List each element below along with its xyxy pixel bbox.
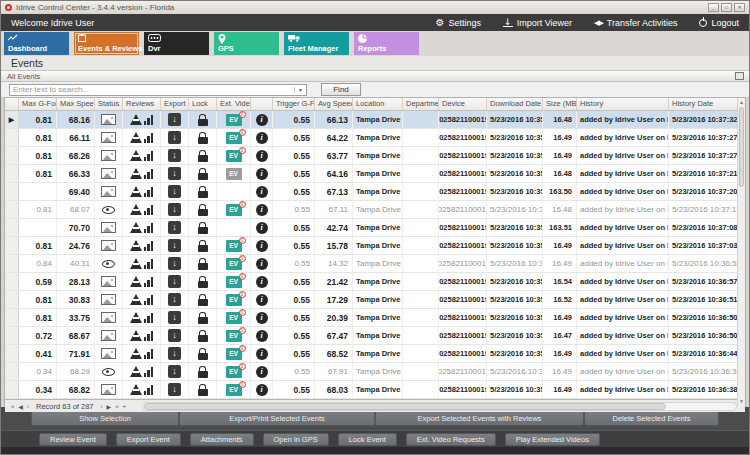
device-cell[interactable]: 025821100019 (439, 201, 487, 218)
scroll-down-icon[interactable]: ▼ (738, 397, 745, 406)
avg-speed-cell[interactable]: 64.22 (315, 129, 353, 146)
size-cell[interactable]: 16.49 (543, 129, 577, 146)
show-selection-button[interactable]: Show Selection (31, 411, 179, 426)
export-cell[interactable]: ↓ (161, 129, 189, 146)
open-in-gps-button[interactable]: Open in GPS (263, 433, 329, 446)
lock-cell[interactable] (189, 129, 217, 146)
export-cell[interactable]: ↓ (161, 327, 189, 344)
size-cell[interactable]: 16.49 (543, 345, 577, 362)
location-cell[interactable]: Tampa Drive Pad (353, 363, 403, 380)
info-cell[interactable]: i (251, 165, 273, 182)
ext-videos-cell[interactable]: EV0 (217, 363, 251, 380)
column-header-lock[interactable]: Lock (189, 98, 217, 110)
status-cell[interactable] (95, 381, 123, 398)
download-date-cell[interactable]: 5/23/2016 10:35:29 ... (487, 273, 543, 290)
row-selector[interactable] (5, 291, 19, 308)
reviews-cell[interactable] (123, 111, 161, 128)
reviews-cell[interactable] (123, 165, 161, 182)
download-date-cell[interactable]: 5/23/2016 10:35:29 ... (487, 147, 543, 164)
export-cell[interactable]: ↓ (161, 237, 189, 254)
export-cell[interactable]: ↓ (161, 273, 189, 290)
lock-cell[interactable] (189, 255, 217, 272)
location-cell[interactable]: Tampa Drive Pad (353, 201, 403, 218)
row-selector[interactable] (5, 147, 19, 164)
max-speed-cell[interactable]: 33.75 (57, 309, 95, 326)
settings-button[interactable]: ⚙ Settings (436, 18, 482, 28)
extended-video-icon[interactable]: EV0 (226, 294, 242, 306)
lock-cell[interactable] (189, 201, 217, 218)
department-cell[interactable] (403, 111, 439, 128)
size-cell[interactable]: 16.52 (543, 291, 577, 308)
event-row[interactable]: 0.8166.33↓EVi0.5564.16Tampa Drive P...02… (5, 165, 745, 183)
ext-videos-cell[interactable]: EV0 (217, 273, 251, 290)
device-cell[interactable]: 025821100019 (439, 147, 487, 164)
status-cell[interactable] (95, 273, 123, 290)
trigger-gforce-cell[interactable]: 0.55 (273, 129, 315, 146)
max-gforce-cell[interactable] (19, 219, 57, 236)
close-button[interactable]: ✕ (734, 3, 745, 12)
department-cell[interactable] (403, 345, 439, 362)
row-selector[interactable] (5, 183, 19, 200)
lock-cell[interactable] (189, 219, 217, 236)
info-cell[interactable]: i (251, 309, 273, 326)
column-header-location[interactable]: Location (353, 98, 403, 110)
info-icon[interactable]: i (256, 258, 268, 270)
status-cell[interactable] (95, 291, 123, 308)
device-cell[interactable]: 025821100019 (439, 237, 487, 254)
location-cell[interactable]: Tampa Drive P... (353, 309, 403, 326)
scroll-up-icon[interactable]: ▲ (738, 98, 745, 107)
find-button[interactable]: Find (321, 83, 361, 96)
location-cell[interactable]: Tampa Drive P... (353, 183, 403, 200)
max-gforce-cell[interactable]: 0.41 (19, 345, 57, 362)
event-row[interactable]: 0.8168.26↓EV0i0.5563.77Tampa Drive P...0… (5, 147, 745, 165)
max-gforce-cell[interactable]: 0.34 (19, 381, 57, 398)
extended-video-icon[interactable]: EV0 (226, 150, 242, 162)
download-date-cell[interactable]: 5/23/2016 10:35:29 ... (487, 291, 543, 308)
event-row[interactable]: 0.8130.83↓EV0i0.5517.29Tampa Drive P...0… (5, 291, 745, 309)
info-icon[interactable]: i (256, 222, 268, 234)
info-cell[interactable]: i (251, 147, 273, 164)
download-date-cell[interactable]: 5/23/2016 10:35:29 ... (487, 327, 543, 344)
trigger-gforce-cell[interactable]: 0.55 (273, 255, 315, 272)
first-record-button[interactable]: « (11, 403, 14, 409)
status-cell[interactable] (95, 129, 123, 146)
trigger-gforce-cell[interactable]: 0.55 (273, 147, 315, 164)
event-row[interactable]: 0.5928.13↓EV0i0.5521.42Tampa Drive P...0… (5, 273, 745, 291)
max-speed-cell[interactable]: 68.07 (57, 201, 95, 218)
tab-gps[interactable]: GPS (214, 32, 279, 55)
history-cell[interactable]: added by Idrive User on location T... (577, 183, 669, 200)
reviews-cell[interactable] (123, 309, 161, 326)
trigger-gforce-cell[interactable]: 0.55 (273, 237, 315, 254)
ext-videos-cell[interactable]: EV0 (217, 345, 251, 362)
info-icon[interactable]: i (256, 150, 268, 162)
history-date-cell[interactable]: 5/23/2016 10:37:08 AM (669, 219, 741, 236)
prev-page-button[interactable]: ◀ (18, 403, 23, 410)
download-date-cell[interactable]: 5/23/2016 10:35:29 AM (487, 363, 543, 380)
lock-cell[interactable] (189, 273, 217, 290)
status-cell[interactable] (95, 147, 123, 164)
history-cell[interactable]: added by Idrive User on location T... (577, 309, 669, 326)
info-cell[interactable]: i (251, 255, 273, 272)
department-cell[interactable] (403, 219, 439, 236)
max-gforce-cell[interactable]: 0.81 (19, 237, 57, 254)
history-date-cell[interactable]: 5/23/2016 10:37:21 AM (669, 165, 741, 182)
info-icon[interactable]: i (256, 132, 268, 144)
info-icon[interactable]: i (256, 240, 268, 252)
history-date-cell[interactable]: 5/23/2016 10:36:50 AM (669, 327, 741, 344)
size-cell[interactable]: 16.49 (543, 147, 577, 164)
trigger-gforce-cell[interactable]: 0.55 (273, 381, 315, 398)
download-date-cell[interactable]: 5/23/2016 10:35:29 ... (487, 345, 543, 362)
max-gforce-cell[interactable]: 0.81 (19, 147, 57, 164)
max-gforce-cell[interactable]: 0.34 (19, 363, 57, 380)
row-selector[interactable] (5, 219, 19, 236)
info-icon[interactable]: i (256, 312, 268, 324)
status-cell[interactable] (95, 345, 123, 362)
last-record-button[interactable]: » (115, 403, 118, 409)
max-speed-cell[interactable]: 40.31 (57, 255, 95, 272)
device-cell[interactable]: 025821100019 (439, 381, 487, 398)
event-row[interactable]: 0.4171.91↓EV0i0.5568.52Tampa Drive P...0… (5, 345, 745, 363)
info-cell[interactable]: i (251, 129, 273, 146)
status-cell[interactable] (95, 309, 123, 326)
tab-dashboard[interactable]: Dashboard (4, 32, 69, 55)
max-gforce-cell[interactable]: 0.81 (19, 111, 57, 128)
